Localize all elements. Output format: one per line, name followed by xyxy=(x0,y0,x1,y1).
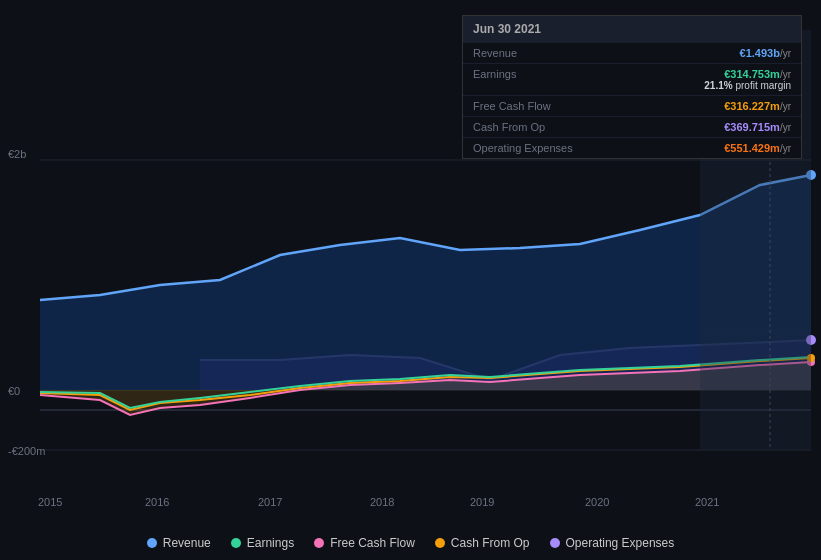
chart-container: €2b €0 -€200m 2015 2016 2017 2018 2019 2… xyxy=(0,0,821,560)
x-label-2015: 2015 xyxy=(38,496,62,508)
legend-dot-earnings xyxy=(231,538,241,548)
tooltip-fcf-row: Free Cash Flow €316.227m/yr xyxy=(463,95,801,116)
legend-opex[interactable]: Operating Expenses xyxy=(550,536,675,550)
legend-dot-opex xyxy=(550,538,560,548)
tooltip-fcf-label: Free Cash Flow xyxy=(473,100,551,112)
x-label-2018: 2018 xyxy=(370,496,394,508)
x-label-2019: 2019 xyxy=(470,496,494,508)
legend-fcf[interactable]: Free Cash Flow xyxy=(314,536,415,550)
legend: Revenue Earnings Free Cash Flow Cash Fro… xyxy=(0,536,821,550)
tooltip-opex-row: Operating Expenses €551.429m/yr xyxy=(463,137,801,158)
legend-dot-cashop xyxy=(435,538,445,548)
x-label-2020: 2020 xyxy=(585,496,609,508)
legend-dot-fcf xyxy=(314,538,324,548)
tooltip-cashop-value: €369.715m/yr xyxy=(724,121,791,133)
tooltip-earnings-value: €314.753m/yr xyxy=(724,68,791,80)
tooltip-box: Jun 30 2021 Revenue €1.493b/yr Earnings … xyxy=(462,15,802,159)
y-label-top: €2b xyxy=(8,148,26,160)
x-label-2017: 2017 xyxy=(258,496,282,508)
y-label-bot: -€200m xyxy=(8,445,45,457)
legend-dot-revenue xyxy=(147,538,157,548)
legend-label-revenue: Revenue xyxy=(163,536,211,550)
x-label-2021: 2021 xyxy=(695,496,719,508)
legend-revenue[interactable]: Revenue xyxy=(147,536,211,550)
legend-label-cashop: Cash From Op xyxy=(451,536,530,550)
tooltip-fcf-value: €316.227m/yr xyxy=(724,100,791,112)
tooltip-opex-value: €551.429m/yr xyxy=(724,142,791,154)
tooltip-margin: 21.1% profit margin xyxy=(704,80,791,91)
tooltip-revenue-value: €1.493b/yr xyxy=(740,47,791,59)
legend-label-opex: Operating Expenses xyxy=(566,536,675,550)
tooltip-header: Jun 30 2021 xyxy=(463,16,801,42)
tooltip-revenue-row: Revenue €1.493b/yr xyxy=(463,42,801,63)
tooltip-opex-label: Operating Expenses xyxy=(473,142,573,154)
legend-earnings[interactable]: Earnings xyxy=(231,536,294,550)
x-label-2016: 2016 xyxy=(145,496,169,508)
tooltip-cashop-label: Cash From Op xyxy=(473,121,545,133)
tooltip-earnings-label: Earnings xyxy=(473,68,516,91)
legend-cashop[interactable]: Cash From Op xyxy=(435,536,530,550)
tooltip-cashop-row: Cash From Op €369.715m/yr xyxy=(463,116,801,137)
tooltip-revenue-label: Revenue xyxy=(473,47,517,59)
legend-label-earnings: Earnings xyxy=(247,536,294,550)
y-label-mid: €0 xyxy=(8,385,20,397)
legend-label-fcf: Free Cash Flow xyxy=(330,536,415,550)
tooltip-earnings-row: Earnings €314.753m/yr 21.1% profit margi… xyxy=(463,63,801,95)
